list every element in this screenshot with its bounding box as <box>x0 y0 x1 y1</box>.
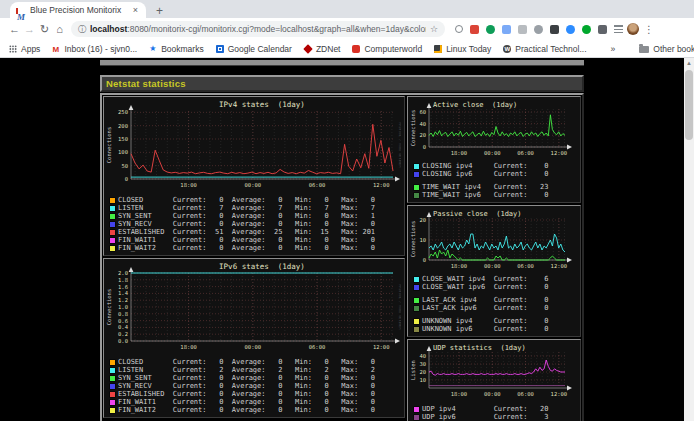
linux-today-icon <box>434 45 442 53</box>
svg-text:06:00: 06:00 <box>517 391 534 397</box>
svg-text:06:00: 06:00 <box>517 263 534 269</box>
world-extension-icon[interactable] <box>486 25 495 34</box>
legend-row: ESTABLISHED Current: 51 Average: 25 Min:… <box>110 228 403 236</box>
legend-text: TIME_WAIT ipv4 Current: 23 <box>422 183 548 191</box>
netstat-charts-table: 05010015020025018:0000:0006:0012:00IPv4 … <box>100 93 584 421</box>
svg-text:IPv4 states (1day): IPv4 states (1day) <box>219 100 305 109</box>
apps-grid-icon <box>9 45 17 53</box>
browser-menu-icon[interactable]: ⋮ <box>644 24 654 35</box>
ipv4-states-chart[interactable]: 05010015020025018:0000:0006:0012:00IPv4 … <box>105 99 401 195</box>
legend-text: SYN_RECV Current: 0 Average: 0 Min: 0 Ma… <box>118 382 375 390</box>
svg-text:2.0: 2.0 <box>118 270 128 276</box>
forward-icon[interactable]: → <box>22 23 37 35</box>
legend-swatch <box>414 193 419 198</box>
svg-text:0.6: 0.6 <box>118 318 128 324</box>
bookmark-star-icon[interactable]: ☆ <box>430 24 438 34</box>
gmail-icon: M <box>52 45 60 53</box>
legend-row: LAST_ACK ipv6 Current: 0 <box>414 304 579 312</box>
legend-row: SYN_SENT Current: 0 Average: 0 Min: 0 Ma… <box>110 212 403 220</box>
page-info-icon[interactable]: ⓘ <box>78 24 86 35</box>
scrollbar-up-icon[interactable]: ▲ <box>684 58 694 68</box>
terminal-extension-icon[interactable] <box>550 25 559 34</box>
legend-text: LAST_ACK ipv4 Current: 0 <box>422 296 548 304</box>
tab-close-icon[interactable]: × <box>132 5 139 15</box>
previous-section-border <box>100 60 584 66</box>
legend-text: LISTEN Current: 7 Average: 7 Min: 7 Max:… <box>118 204 375 212</box>
passive-close-panel: 0102018:0000:0006:0012:00Passive close (… <box>407 205 581 337</box>
page-scrollbar[interactable]: ▲ <box>684 58 694 421</box>
home-icon[interactable]: ⌂ <box>52 23 67 35</box>
svg-text:0.2: 0.2 <box>118 331 128 337</box>
legend-text: SYN_RECV Current: 0 Average: 0 Min: 0 Ma… <box>118 220 375 228</box>
browser-toolbar: ← → ↻ ⌂ ⓘ localhost:8080/monitorix-cgi/m… <box>0 18 694 40</box>
evernote-extension-icon[interactable] <box>582 25 591 34</box>
passive-close-chart[interactable]: 0102018:0000:0006:0012:00Passive close (… <box>409 208 573 274</box>
zoom-extension-icon[interactable] <box>566 25 575 34</box>
sessions-extension-icon[interactable] <box>502 25 511 34</box>
legend-text: CLOSED Current: 0 Average: 0 Min: 0 Max:… <box>118 196 375 204</box>
legend-text: CLOSING ipv6 Current: 0 <box>422 170 548 178</box>
legend-text: LISTEN Current: 2 Average: 2 Min: 2 Max:… <box>118 366 375 374</box>
legend-swatch <box>414 327 419 332</box>
svg-text:Connections: Connections <box>410 110 416 146</box>
bookmark-linux-today[interactable]: Linux Today <box>434 44 491 54</box>
legend-row: TIME_WAIT ipv6 Current: 0 <box>414 191 579 199</box>
svg-text:100: 100 <box>118 149 128 155</box>
page-extension-icon[interactable] <box>518 25 527 34</box>
other-bookmarks[interactable]: Other bookmarks <box>639 44 694 54</box>
legend-text: FIN_WAIT1 Current: 0 Average: 0 Min: 0 M… <box>118 398 375 406</box>
udp-statistics-chart[interactable]: 1020304018:0000:0006:0012:00UDP statisti… <box>409 342 573 404</box>
profile-avatar[interactable] <box>627 23 639 35</box>
svg-text:18:00: 18:00 <box>451 150 468 156</box>
adblock-extension-icon[interactable] <box>598 25 607 34</box>
legend-swatch <box>414 185 419 190</box>
tablist-extension-icon[interactable] <box>614 25 623 33</box>
megaphone-extension-icon[interactable] <box>534 25 543 34</box>
svg-text:06:00: 06:00 <box>517 150 534 156</box>
legend-text: TIME_WAIT ipv6 Current: 0 <box>422 191 548 199</box>
bookmark-bookmarks[interactable]: ★ Bookmarks <box>149 44 204 54</box>
ipv6-states-chart[interactable]: 0.00.20.40.60.81.01.21.41.61.82.018:0000… <box>105 261 401 357</box>
gmail-extension-icon[interactable] <box>470 25 479 34</box>
bookmarks-overflow-chevron[interactable]: » <box>611 44 616 54</box>
legend-text: FIN_WAIT2 Current: 0 Average: 0 Min: 0 M… <box>118 244 375 252</box>
legend-row: LISTEN Current: 2 Average: 2 Min: 2 Max:… <box>110 366 403 374</box>
legend-swatch <box>414 319 419 324</box>
bookmark-inbox[interactable]: M Inbox (16) - sjvn0... <box>52 44 137 54</box>
legend-swatch <box>414 306 419 311</box>
legend-swatch <box>110 368 115 373</box>
browser-tab[interactable]: M Blue Precision Monitorix × <box>10 2 146 18</box>
scrollbar-thumb[interactable] <box>685 70 693 140</box>
bookmark-apps[interactable]: Apps <box>9 44 40 54</box>
reload-icon[interactable]: ↻ <box>37 23 52 36</box>
svg-text:06:00: 06:00 <box>309 344 326 350</box>
legend-swatch <box>110 222 115 227</box>
new-tab-button[interactable]: + <box>156 4 163 18</box>
svg-text:30: 30 <box>419 361 426 367</box>
back-icon[interactable]: ← <box>7 23 22 35</box>
search-extension-icon[interactable] <box>455 25 463 33</box>
wordpress-icon: W <box>503 45 511 53</box>
legend-row: SYN_RECV Current: 0 Average: 0 Min: 0 Ma… <box>110 382 403 390</box>
address-bar[interactable]: ⓘ localhost:8080/monitorix-cgi/monitorix… <box>71 21 445 37</box>
bookmark-zdnet[interactable]: ZDNet <box>304 44 341 54</box>
legend-row: FIN_WAIT2 Current: 0 Average: 0 Min: 0 M… <box>110 244 403 252</box>
bookmark-google-calendar[interactable]: Google Calendar <box>216 44 292 54</box>
monitorix-favicon: M <box>17 6 26 15</box>
legend-row: UNKNOWN ipv6 Current: 0 <box>414 325 579 333</box>
legend-swatch <box>414 415 419 420</box>
legend-swatch <box>414 285 419 290</box>
url-text: localhost:8080/monitorix-cgi/monitorix.c… <box>90 24 426 34</box>
active-close-chart[interactable]: 020406018:0000:0006:0012:00Active close … <box>409 99 573 161</box>
legend-text: ESTABLISHED Current: 0 Average: 0 Min: 0… <box>118 390 375 398</box>
bookmark-practical-technology[interactable]: W Practical Technol... <box>503 44 586 54</box>
bookmarks-bar: Apps M Inbox (16) - sjvn0... ★ Bookmarks… <box>0 40 694 58</box>
svg-text:200: 200 <box>118 123 128 129</box>
bookmark-computerworld[interactable]: Computerworld <box>352 44 422 54</box>
ipv6-states-legend: CLOSED Current: 0 Average: 0 Min: 0 Max:… <box>105 358 403 414</box>
svg-text:Active close (1day): Active close (1day) <box>433 101 517 109</box>
svg-text:40: 40 <box>419 121 426 127</box>
svg-text:1.8: 1.8 <box>118 277 128 283</box>
svg-text:IPv6 states (1day): IPv6 states (1day) <box>219 262 305 271</box>
svg-text:Connections: Connections <box>106 127 112 163</box>
